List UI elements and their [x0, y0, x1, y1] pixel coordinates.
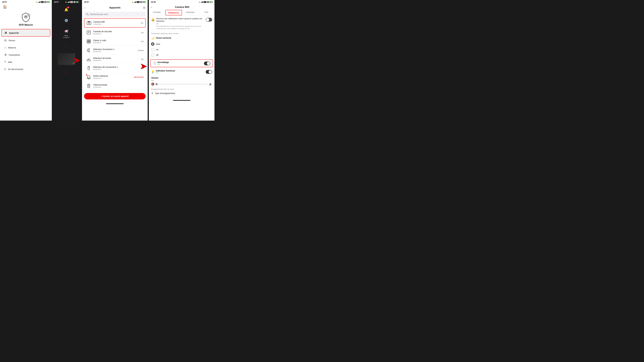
battery-p3	[143, 1, 146, 3]
vision-nocturne-row: 🌙 Vision nocturne	[149, 35, 214, 41]
telecommande-sub: showroom	[93, 86, 144, 88]
tab-controler[interactable]: Contrôler	[149, 10, 165, 15]
notification-toggle[interactable]	[206, 18, 212, 21]
device-item-camera-wifi[interactable]: Caméra Wifi showroom On	[84, 18, 146, 27]
arrow-right-2: ➤	[140, 62, 147, 71]
time-p2: 16:57	[54, 1, 59, 3]
radio-auto[interactable]: auto	[151, 41, 212, 47]
panel-preferences: 16:26 🔒 4G 70 ‹ Caméra Wifi Contrôler	[149, 0, 214, 121]
detecteur-fumee-sub: showroom	[93, 59, 141, 61]
deconnecter-label: Se déconnecter	[8, 68, 23, 70]
maisons-label: Maisons	[8, 46, 16, 49]
panel-sfr-maison: 16:57 🔒 4G 66 🏠	[0, 0, 52, 121]
tab-plus[interactable]: Plus	[198, 10, 214, 15]
clavier-status: On	[141, 40, 144, 42]
svg-rect-9	[87, 31, 90, 34]
gear-icon: ⚙️	[63, 17, 70, 24]
device-item-sirene[interactable]: Sirène intérieure showroom déconnecté	[84, 73, 146, 81]
search-bar[interactable]: 🔍	[84, 12, 146, 17]
battery-p2	[76, 1, 79, 3]
p2-settings-btn[interactable]: ⚙️	[63, 17, 70, 24]
detecteur-mouvement-name: Détecteur de mouvement 1	[93, 66, 141, 68]
filter-icon[interactable]: ⊟	[143, 6, 145, 9]
device-item-detecteur-mouvement[interactable]: Détecteur de mouvement 1 showroom On	[84, 64, 146, 73]
svg-point-32	[88, 86, 89, 87]
device-list: Caméra Wifi showroom On	[82, 18, 148, 91]
right-arrow-1[interactable]: ›	[66, 43, 67, 49]
svg-point-1	[26, 16, 26, 17]
search-input[interactable]	[90, 13, 144, 15]
status-bar-p1: 16:57 🔒 4G 66	[0, 0, 52, 4]
camera-thumbnail[interactable]: ⤢	[58, 53, 75, 65]
add-device-button[interactable]: + Ajouter un nouvel appareil	[84, 93, 146, 99]
back-button-p4[interactable]: ‹	[151, 5, 152, 9]
detecteur-ouverture-info: Détecteur d'ouverture 1 showroom	[93, 48, 138, 53]
arrow-right-1: ➤	[73, 56, 80, 65]
detecteur-fumee-status: On	[141, 58, 144, 60]
sidebar-item-deconnecter[interactable]: ⎋ Se déconnecter	[2, 66, 50, 73]
detecteur-ouverture-name: Détecteur d'ouverture 1	[93, 48, 138, 50]
sidebar-item-parametres[interactable]: ⚙ Paramètres	[2, 51, 50, 58]
volume-title: Volume	[151, 77, 212, 79]
preferences-panel: 16:26 🔒 4G 70 ‹ Caméra Wifi Contrôler	[149, 0, 214, 121]
radio-on-label: on	[156, 48, 158, 51]
volume-knob[interactable]	[156, 83, 158, 85]
maisons-icon: ⌂	[4, 46, 6, 49]
home-top-icon[interactable]: 🏠	[3, 5, 7, 9]
svg-rect-23	[87, 60, 90, 61]
sidebar-item-aide[interactable]: ? Aide	[2, 59, 50, 65]
radio-on[interactable]: on	[151, 47, 212, 52]
svg-rect-15	[88, 40, 89, 41]
chevron-right-icon: ›	[212, 92, 212, 95]
device-item-detecteur-ouverture[interactable]: Détecteur d'ouverture 1 showroom Ouvert	[84, 46, 146, 55]
signal-p1	[38, 1, 40, 3]
preferences-header: ‹ Caméra Wifi	[149, 4, 214, 10]
time-p1: 16:57	[2, 1, 7, 3]
device-item-telecommande[interactable]: Télécommande showroom	[84, 81, 146, 90]
radio-off[interactable]: off	[151, 52, 212, 58]
svg-rect-31	[88, 85, 89, 85]
camera-params-label: Paramètres généraux de la caméra	[149, 31, 214, 35]
device-item-detecteur-fumee[interactable]: Détecteur de fumée showroom On	[84, 55, 146, 64]
svg-line-25	[88, 70, 88, 70]
bell-icon: 🔔 30	[63, 6, 70, 13]
4g-badge-p1: 4G	[41, 1, 44, 3]
time-p4: 16:26	[151, 1, 156, 3]
svg-rect-19	[89, 41, 90, 42]
sidebar-item-pieces[interactable]: ⊟ Pièces	[2, 37, 50, 44]
search-icon: 🔍	[86, 13, 89, 15]
svg-rect-20	[88, 42, 90, 43]
detecteur-mouvement-icon	[86, 65, 91, 71]
volume-track[interactable]	[156, 84, 208, 84]
tab-historique[interactable]: Historique	[182, 10, 198, 15]
tab-preferences[interactable]: Préférences	[165, 10, 182, 15]
indicateur-sub: On	[156, 72, 204, 74]
speaker-icon: 📢	[63, 28, 70, 34]
device-item-clavier[interactable]: Clavier à code showroom On	[84, 37, 146, 46]
4g-badge-p3: 4G	[137, 1, 140, 3]
battery-p4	[210, 1, 212, 3]
camera-wifi-info: Caméra Wifi showroom	[94, 21, 141, 25]
horodatage-toggle[interactable]	[204, 61, 210, 65]
sidebar-item-appareils[interactable]: ⊞ Appareils	[2, 29, 50, 36]
indicateur-toggle[interactable]	[206, 70, 212, 74]
time-p3: 16:57	[84, 1, 89, 3]
volume-section: Volume 0% 🔇 🔊	[149, 75, 214, 87]
svg-line-26	[89, 70, 90, 70]
p2-mode-btn[interactable]: 📢 Mode d'urgence	[63, 28, 70, 38]
right-arrow-2[interactable]: ›	[66, 69, 67, 75]
cloud-type-row[interactable]: ☀ Type d'enregistrement ›	[151, 91, 212, 96]
back-button-p3[interactable]: ‹	[84, 5, 86, 10]
pieces-icon: ⊟	[4, 39, 6, 42]
lock-icon-p1: 🔒	[36, 1, 38, 3]
notif-title: Recevoir des notifications même quand le…	[156, 17, 204, 22]
device-item-centrale[interactable]: Centrale de Sécurité showroom On	[84, 28, 146, 37]
p2-notification-btn[interactable]: 🔔 30	[63, 6, 70, 13]
battery-num-p2: 66	[74, 1, 76, 3]
parametres-label: Paramètres	[9, 54, 20, 56]
cloud-section: Enregistrement dans le cloud ☀ Type d'en…	[149, 87, 214, 97]
radio-auto-label: auto	[156, 43, 160, 45]
svg-rect-16	[89, 40, 90, 41]
clock-icon: 🕐	[153, 62, 156, 65]
sidebar-item-maisons[interactable]: ⌂ Maisons	[2, 44, 50, 51]
